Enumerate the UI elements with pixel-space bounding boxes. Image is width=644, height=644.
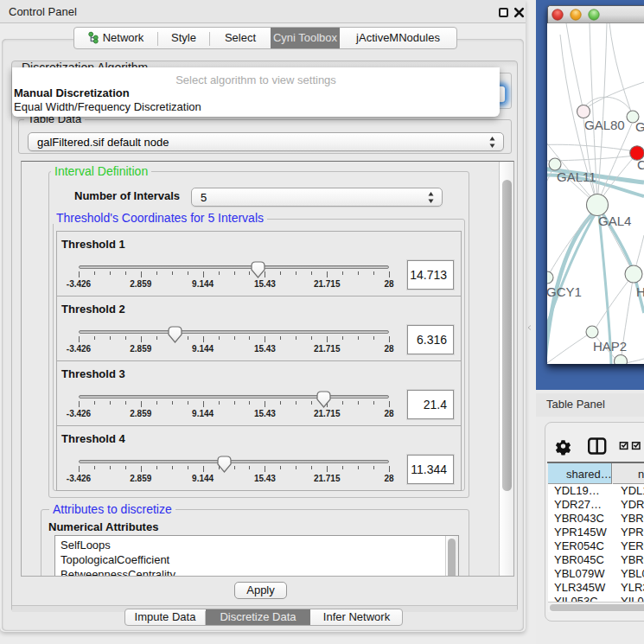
svg-text:GAL80: GAL80 — [584, 118, 625, 132]
svg-text:GAL11: GAL11 — [557, 169, 596, 184]
svg-text:C: C — [637, 157, 644, 172]
svg-text:GAL4: GAL4 — [598, 214, 631, 228]
svg-text:HAP2: HAP2 — [593, 339, 627, 354]
svg-text:H: H — [636, 284, 644, 299]
svg-text:GCY1: GCY1 — [546, 284, 582, 299]
svg-text:G: G — [635, 119, 644, 134]
